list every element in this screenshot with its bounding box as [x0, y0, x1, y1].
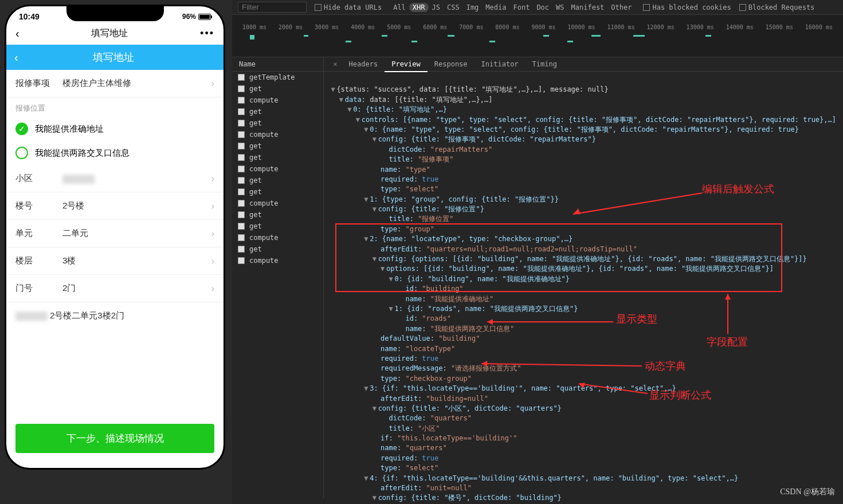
file-icon [238, 234, 245, 241]
request-item[interactable]: get [232, 209, 323, 220]
row-menhao[interactable]: 门号 2门 › [6, 275, 224, 302]
status-time: 10:49 [19, 12, 40, 21]
close-icon[interactable]: × [328, 57, 342, 71]
request-item[interactable]: get [232, 243, 323, 255]
file-icon [238, 257, 245, 264]
type-filter-all[interactable]: All [390, 3, 409, 12]
type-filter-manifest[interactable]: Manifest [568, 3, 608, 12]
type-filter-xhr[interactable]: XHR [409, 3, 429, 12]
file-icon [238, 131, 245, 138]
chevron-right-icon: › [211, 284, 214, 294]
file-icon [238, 166, 245, 172]
type-filter-other[interactable]: Other [607, 3, 635, 12]
row-xiaoqu[interactable]: 小区 › [6, 165, 224, 192]
watermark: CSDN @杨若瑜 [780, 487, 835, 497]
page-title: 填写地址 [25, 50, 202, 64]
name-column-header[interactable]: Name [232, 57, 323, 72]
radio2-label: 我能提供两路交叉口信息 [35, 148, 130, 159]
has-blocked-cookies[interactable]: Has blocked cookies [643, 3, 731, 11]
request-item[interactable]: compute [232, 198, 323, 209]
type-filter-img[interactable]: Img [463, 3, 483, 12]
request-item[interactable]: get [232, 106, 323, 117]
file-icon [238, 120, 245, 127]
type-filter-doc[interactable]: Doc [533, 3, 552, 12]
repair-value: 楼房住户主体维修 [62, 78, 211, 89]
timeline[interactable]: 1000 ms2000 ms3000 ms4000 ms5000 ms6000 … [232, 15, 843, 57]
type-filters: AllXHRJSCSSImgMediaFontDocWSManifestOthe… [390, 3, 635, 11]
type-filter-js[interactable]: JS [429, 3, 444, 12]
nav-title: 填写地址 [19, 27, 200, 40]
type-filter-ws[interactable]: WS [552, 3, 567, 12]
row-repair[interactable]: 报修事项 楼房住户主体维修 › [6, 70, 224, 97]
row-louhao[interactable]: 楼号 2号楼 › [6, 192, 224, 220]
hide-data-urls[interactable]: Hide data URLs [315, 3, 382, 11]
radio-unchecked-icon [15, 147, 28, 159]
request-item[interactable]: get [232, 220, 323, 232]
request-item[interactable]: get [232, 117, 323, 129]
phone-notch [66, 6, 164, 21]
type-filter-media[interactable]: Media [482, 3, 509, 12]
tab-initiator[interactable]: Initiator [475, 57, 526, 71]
type-filter-font[interactable]: Font [509, 3, 533, 12]
file-icon [238, 188, 245, 195]
request-item[interactable]: get [232, 140, 323, 152]
tab-headers[interactable]: Headers [342, 57, 385, 71]
radio1-label: 我能提供准确地址 [35, 124, 104, 135]
timeline-marks [238, 35, 837, 52]
row-louceng[interactable]: 楼层 3楼 › [6, 247, 224, 275]
request-item[interactable]: get [232, 175, 323, 186]
page-header: ‹ 填写地址 [6, 45, 224, 70]
chevron-right-icon: › [211, 256, 214, 266]
json-preview[interactable]: ▼{status: "success", data: [{title: "填写地… [324, 72, 843, 504]
wechat-nav: ‹ 填写地址 ••• [6, 22, 224, 45]
file-icon [238, 143, 245, 149]
tab-preview[interactable]: Preview [385, 57, 428, 72]
request-item[interactable]: get [232, 83, 323, 94]
tab-timing[interactable]: Timing [526, 57, 564, 71]
timeline-ruler: 1000 ms2000 ms3000 ms4000 ms5000 ms6000 … [238, 24, 837, 35]
preview-panel: × HeadersPreviewResponseInitiatorTiming … [324, 57, 843, 498]
request-item[interactable]: compute [232, 255, 323, 266]
type-filter-css[interactable]: CSS [444, 3, 463, 12]
chevron-right-icon: › [211, 78, 214, 89]
file-icon [238, 223, 245, 230]
file-icon [238, 177, 245, 184]
file-icon [238, 97, 245, 104]
redacted [62, 175, 95, 184]
request-item[interactable]: get [232, 186, 323, 198]
radio-checked-icon: ✓ [15, 123, 28, 135]
request-item[interactable]: compute [232, 163, 323, 175]
network-toolbar: Hide data URLs AllXHRJSCSSImgMediaFontDo… [232, 0, 843, 15]
chevron-right-icon: › [211, 174, 214, 184]
file-icon [238, 211, 245, 218]
file-icon [238, 74, 245, 81]
file-icon [238, 200, 245, 207]
section-label: 报修位置 [6, 97, 224, 117]
devtools-panel: Hide data URLs AllXHRJSCSSImgMediaFontDo… [232, 0, 843, 504]
blocked-requests[interactable]: Blocked Requests [739, 3, 815, 11]
row-danyuan[interactable]: 单元 二单元 › [6, 220, 224, 247]
chevron-right-icon: › [211, 229, 214, 239]
repair-label: 报修事项 [15, 78, 62, 89]
chevron-right-icon: › [211, 201, 214, 211]
request-item[interactable]: getTemplate [232, 72, 323, 83]
radio-crossroads[interactable]: 我能提供两路交叉口信息 [6, 141, 224, 165]
redacted [15, 312, 48, 321]
request-list-panel: Name getTemplategetcomputegetgetcomputeg… [232, 57, 324, 498]
page-back-icon[interactable]: ‹ [14, 51, 18, 64]
file-icon [238, 108, 245, 115]
radio-accurate-address[interactable]: ✓ 我能提供准确地址 [6, 117, 224, 141]
response-tabs: × HeadersPreviewResponseInitiatorTiming [324, 57, 843, 72]
request-item[interactable]: compute [232, 94, 323, 106]
next-button[interactable]: 下一步、描述现场情况 [15, 424, 214, 453]
more-icon[interactable]: ••• [200, 27, 214, 40]
request-item[interactable]: get [232, 152, 323, 163]
file-icon [238, 85, 245, 92]
address-summary: 2号楼二单元3楼2门 [6, 302, 224, 329]
tab-response[interactable]: Response [428, 57, 475, 71]
filter-input[interactable] [238, 2, 307, 13]
request-item[interactable]: compute [232, 129, 323, 140]
status-battery: 96% [182, 12, 211, 21]
back-icon[interactable]: ‹ [15, 27, 19, 40]
request-item[interactable]: compute [232, 232, 323, 243]
